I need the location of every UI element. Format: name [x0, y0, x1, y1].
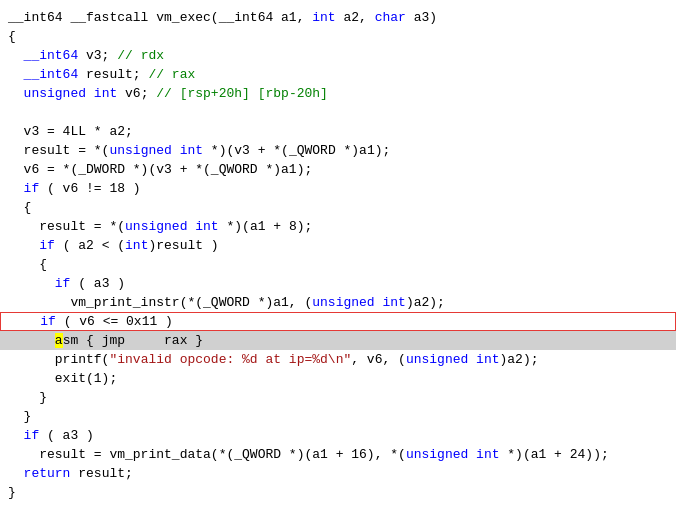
- code-line-22: }: [0, 407, 676, 426]
- code-line-6: [0, 103, 676, 122]
- code-line-26: }: [0, 483, 676, 502]
- code-line-7: v3 = 4LL * a2;: [0, 122, 676, 141]
- code-line-11: {: [0, 198, 676, 217]
- code-line-3: __int64 v3; // rdx: [0, 46, 676, 65]
- code-line-5: unsigned int v6; // [rsp+20h] [rbp-20h]: [0, 84, 676, 103]
- code-line-13: if ( a2 < (int)result ): [0, 236, 676, 255]
- code-line-19: printf("invalid opcode: %d at ip=%d\n", …: [0, 350, 676, 369]
- code-line-2: {: [0, 27, 676, 46]
- code-line-25: return result;: [0, 464, 676, 483]
- code-line-17: if ( v6 <= 0x11 ): [0, 312, 676, 331]
- code-container: __int64 __fastcall vm_exec(__int64 a1, i…: [0, 0, 676, 505]
- code-line-18: asm { jmp rax }: [0, 331, 676, 350]
- code-line-15: if ( a3 ): [0, 274, 676, 293]
- code-line-21: }: [0, 388, 676, 407]
- code-line-1: __int64 __fastcall vm_exec(__int64 a1, i…: [0, 8, 676, 27]
- code-line-24: result = vm_print_data(*(_QWORD *)(a1 + …: [0, 445, 676, 464]
- code-line-14: {: [0, 255, 676, 274]
- code-line-20: exit(1);: [0, 369, 676, 388]
- code-line-9: v6 = *(_DWORD *)(v3 + *(_QWORD *)a1);: [0, 160, 676, 179]
- code-line-23: if ( a3 ): [0, 426, 676, 445]
- code-line-8: result = *(unsigned int *)(v3 + *(_QWORD…: [0, 141, 676, 160]
- code-line-12: result = *(unsigned int *)(a1 + 8);: [0, 217, 676, 236]
- code-line-16: vm_print_instr(*(_QWORD *)a1, (unsigned …: [0, 293, 676, 312]
- code-line-4: __int64 result; // rax: [0, 65, 676, 84]
- code-line-10: if ( v6 != 18 ): [0, 179, 676, 198]
